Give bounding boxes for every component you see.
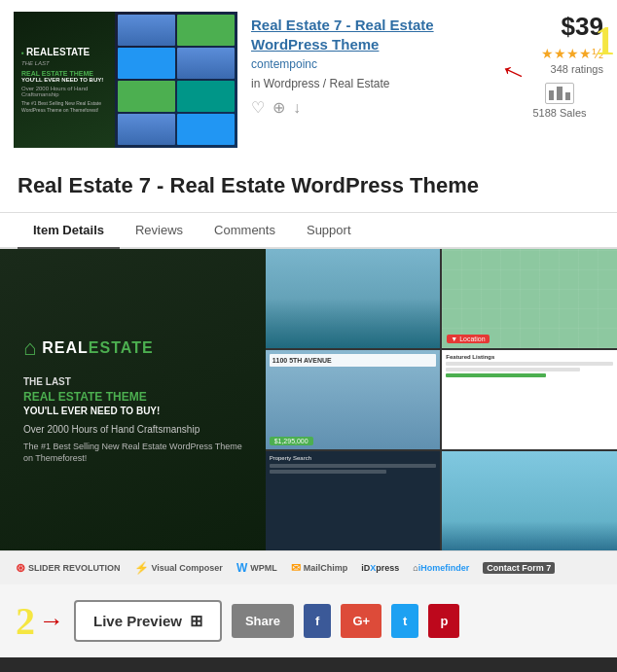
plugin-mailchimp: ✉ MailChimp (291, 561, 348, 575)
plugin-contactform7: Contact Form 7 (483, 562, 555, 574)
product-category: in Wordpress / Real Estate (251, 77, 502, 90)
preview-right-panel: ▼ Location 1100 5TH AVENUE $1,295,000 Fe… (266, 249, 617, 550)
plugin-wpml: W WPML (236, 561, 277, 575)
preview-highlight: REAL ESTATE THEME (23, 390, 248, 404)
pinterest-button[interactable]: p (428, 604, 459, 638)
preview-left-panel: ⌂ REALESTATE THE LAST REAL ESTATE THEME … (0, 249, 272, 550)
preview-area: ⌂ REALESTATE THE LAST REAL ESTATE THEME … (0, 249, 617, 584)
download-icon[interactable]: ↓ (293, 99, 301, 117)
live-preview-button[interactable]: Live Preview ⊞ (74, 600, 222, 642)
tab-comments[interactable]: Comments (199, 213, 291, 249)
action-bar: 2 → Live Preview ⊞ Share f G+ t p (0, 584, 617, 657)
twitter-button[interactable]: t (391, 604, 418, 638)
tabs-bar: Item Details Reviews Comments Support (0, 213, 617, 249)
plugins-bar: ⊛ SLIDER REVOLUTION ⚡ Visual Composer W … (0, 550, 617, 584)
tab-item-details[interactable]: Item Details (18, 213, 120, 249)
tab-reviews[interactable]: Reviews (120, 213, 199, 249)
facebook-button[interactable]: f (304, 604, 331, 638)
annotation-number-1: 1 (595, 18, 615, 64)
main-title-bar: Real Estate 7 - Real Estate WordPress Th… (0, 159, 617, 213)
sales-count: 5188 Sales (532, 107, 586, 119)
cart-icon[interactable]: ⊕ (272, 98, 285, 117)
sales-section: 5188 Sales (516, 83, 603, 119)
thumbnail-image: ▪ REALESTATE THE LAST REAL ESTATE THEME … (14, 12, 237, 148)
plugin-visual-composer: ⚡ Visual Composer (134, 561, 223, 575)
preview-cell-dark: Property Search (266, 451, 441, 550)
preview-cell-listing: Featured Listings (442, 350, 617, 449)
annotation-number-2: 2 (16, 598, 35, 644)
page-content: ▪ REALESTATE THE LAST REAL ESTATE THEME … (0, 0, 617, 657)
preview-cell-pool (442, 451, 617, 550)
product-info: Real Estate 7 - Real Estate WordPress Th… (251, 12, 502, 117)
preview-tagline2: YOU'LL EVER NEED TO BUY! (23, 406, 248, 416)
plugin-idxpress: iDXpress (361, 563, 399, 573)
main-title: Real Estate 7 - Real Estate WordPress Th… (18, 173, 599, 198)
plugin-slider-revolution: ⊛ SLIDER REVOLUTION (16, 561, 121, 575)
tab-support[interactable]: Support (291, 213, 367, 249)
main-content: Real Estate 7 - Real Estate WordPress Th… (0, 159, 617, 657)
preview-image: ⌂ REALESTATE THE LAST REAL ESTATE THEME … (0, 249, 617, 550)
sales-chart-icon (545, 83, 574, 104)
preview-subtext: Over 2000 Hours of Hand Craftsmanship (23, 424, 248, 435)
live-preview-label: Live Preview (93, 613, 182, 629)
preview-brand: ⌂ REALESTATE (23, 336, 248, 361)
product-card: ▪ REALESTATE THE LAST REAL ESTATE THEME … (0, 0, 617, 159)
preview-desc: The #1 Best Selling New Real Estate Word… (23, 441, 248, 465)
preview-cell-property: 1100 5TH AVENUE $1,295,000 (266, 350, 441, 449)
product-thumbnail: ▪ REALESTATE THE LAST REAL ESTATE THEME … (14, 12, 237, 148)
product-actions: ♡ ⊕ ↓ (251, 98, 502, 117)
annotation-2-group: 2 → (16, 598, 64, 644)
preview-cell-house (266, 249, 441, 348)
product-price: $39 (516, 12, 603, 42)
product-author[interactable]: contempoinc (251, 57, 502, 71)
annotation-arrow-2: → (39, 606, 64, 636)
google-plus-button[interactable]: G+ (341, 604, 381, 638)
plugin-ihomefinder: ⌂iHomefinder (413, 563, 469, 573)
product-title[interactable]: Real Estate 7 - Real Estate WordPress Th… (251, 16, 502, 53)
preview-cell-map: ▼ Location (442, 249, 617, 348)
monitor-icon: ⊞ (190, 612, 202, 630)
share-button[interactable]: Share (232, 604, 294, 638)
favorite-icon[interactable]: ♡ (251, 98, 265, 117)
preview-tagline: THE LAST (23, 376, 248, 387)
